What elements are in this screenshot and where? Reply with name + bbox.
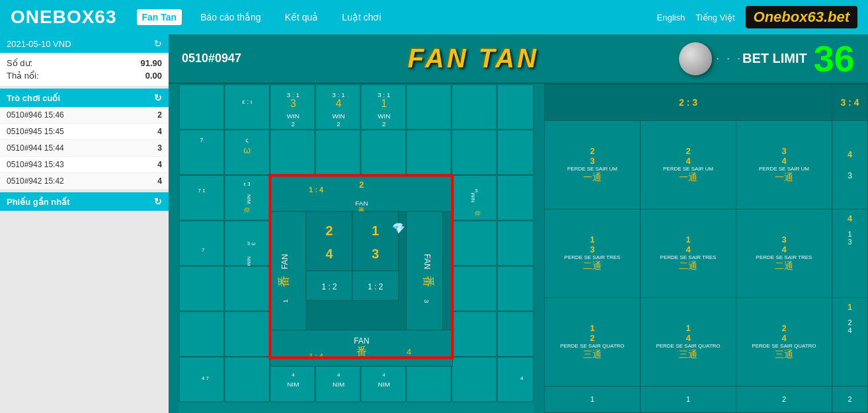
svg-text:仰: 仰: [244, 207, 250, 213]
svg-text:💎: 💎: [392, 222, 405, 235]
cell-val-2b: 3: [836, 238, 863, 246]
rp-cell-3-2[interactable]: 14 PERDE SE SAIR QUATRO 三通: [641, 298, 736, 387]
svg-text:4: 4: [336, 98, 342, 109]
svg-rect-21: [497, 175, 533, 220]
history-row[interactable]: 0510#943 15:43 4: [0, 157, 169, 173]
svg-text:3: 3: [290, 98, 296, 109]
lang-english[interactable]: English: [657, 13, 686, 22]
right-panel-table: 2 : 3 3 : 4 23 PERDE SE SAIR UM 一通 24: [544, 84, 868, 413]
nav-ket-qua[interactable]: Kết quả: [280, 9, 324, 25]
rp-bottom-4[interactable]: 2: [832, 386, 868, 412]
history-row[interactable]: 0510#944 15:44 3: [0, 140, 169, 157]
nav-bao-cao[interactable]: Báo cáo thắng: [195, 9, 266, 25]
rp-cell-2-3[interactable]: 34 PERDE SE SAIR TRES 二通: [736, 209, 832, 298]
rp-cell-2-1[interactable]: 13 PERDE SE SAIR TRES 二通: [545, 209, 641, 298]
cell-text-1-3: PERDE SE SAIR UM: [740, 166, 828, 172]
rp-cell-2-2[interactable]: 14 PERDE SE SAIR TRES 二通: [641, 209, 736, 298]
rp-cell-1-1[interactable]: 23 PERDE SE SAIR UM 一通: [545, 121, 641, 209]
svg-rect-25: [497, 221, 533, 266]
cell-chinese-2-2: 二通: [645, 260, 732, 272]
board-svg: 1 : 4 2 FAN 番 FAN 番 1 FAN 番 3: [169, 84, 544, 413]
rp-cell-1-side[interactable]: 4 3: [832, 121, 868, 209]
tha-noi-value: 0.00: [145, 71, 162, 81]
svg-text:NIM: NIM: [470, 193, 476, 203]
svg-text:FAN: FAN: [355, 200, 368, 207]
svg-text:4 7: 4 7: [202, 375, 210, 381]
rp-bottom-val-3: 2: [739, 395, 829, 403]
header: ONEBOX63 Fan Tan Báo cáo thắng Kết quả L…: [0, 0, 868, 34]
sidebar: 2021-05-10 VND ↻ Số dư: 91.90 Thả nổi: 0…: [0, 34, 169, 413]
rp-cell-1-2[interactable]: 24 PERDE SE SAIR UM 一通: [641, 121, 736, 209]
rp-bottom-val-2: 1: [643, 395, 733, 403]
svg-rect-29: [497, 266, 533, 311]
cell-val-3a: 2: [836, 319, 863, 326]
svg-text:3: 3: [372, 246, 379, 261]
svg-rect-12: [315, 130, 360, 175]
bet-limit-value: 36: [814, 40, 855, 77]
svg-text:1 : 4: 1 : 4: [309, 352, 323, 360]
rp-cell-3-3[interactable]: 24 PERDE SE SAIR QUATRO 三通: [736, 298, 832, 387]
nav-luat-choi[interactable]: Luật chơi: [336, 9, 386, 25]
cell-nums-2-side: 4: [836, 213, 863, 223]
rp-cell-2-side[interactable]: 4 1 3: [832, 209, 868, 298]
tha-noi-row: Thả nổi: 0.00: [7, 69, 162, 82]
svg-text:2: 2: [359, 180, 364, 190]
history-val-4: 4: [157, 176, 162, 186]
svg-rect-14: [407, 130, 452, 175]
svg-text:4: 4: [520, 375, 524, 381]
svg-text:FAN: FAN: [422, 254, 432, 269]
svg-text:FAN: FAN: [280, 254, 290, 269]
svg-text:1 : 2: 1 : 2: [368, 282, 383, 291]
svg-text:番: 番: [356, 346, 367, 357]
game-area: 0510#0947 FAN TAN · · · BET LIMIT 36: [169, 34, 868, 413]
cell-text-2-1: PERDE SE SAIR TRES: [549, 254, 636, 260]
svg-text:WIN: WIN: [287, 112, 299, 120]
svg-text:2: 2: [382, 120, 386, 128]
svg-rect-40: [452, 357, 496, 402]
svg-text:NIM: NIM: [246, 256, 252, 266]
sidebar-date-header: 2021-05-10 VND ↻: [0, 34, 169, 53]
cell-text-3-1: PERDE SE SAIR QUATRO: [549, 343, 636, 349]
ball-image: [679, 42, 712, 75]
rp-bottom-2[interactable]: 1: [641, 386, 736, 412]
game-id: 0510#0947: [182, 52, 268, 65]
rp-bottom-3[interactable]: 2: [736, 386, 832, 412]
phieu-refresh-icon[interactable]: ↻: [154, 196, 162, 207]
cell-text-3-2: PERDE SE SAIR QUATRO: [645, 343, 732, 349]
svg-rect-33: [497, 312, 533, 357]
svg-text:WIN: WIN: [332, 112, 344, 120]
svg-rect-58: [352, 211, 399, 271]
phieu-gan-nhat-header: Phiếu gần nhất ↻: [0, 192, 169, 211]
cell-text-2-2: PERDE SE SAIR TRES: [645, 254, 732, 260]
rp-bottom-val-4: 2: [835, 395, 865, 403]
svg-text:1: 1: [381, 98, 387, 109]
cell-nums-1-3: 34: [740, 146, 828, 166]
svg-text:2: 2: [326, 223, 333, 238]
lang-viet[interactable]: Tiếng Việt: [695, 13, 734, 22]
fantan-title: FAN TAN: [408, 44, 539, 73]
svg-rect-16: [497, 130, 533, 175]
dots-decoration: · · ·: [716, 52, 742, 65]
tro-choi-refresh-icon[interactable]: ↻: [154, 93, 162, 103]
cell-chinese-3-1: 三通: [549, 349, 636, 361]
history-row[interactable]: 0510#945 15:45 4: [0, 124, 169, 140]
history-row[interactable]: 0510#942 15:42 4: [0, 173, 169, 190]
svg-text:ε 3: ε 3: [244, 181, 251, 187]
svg-rect-1: [179, 85, 224, 130]
svg-text:仰: 仰: [475, 210, 481, 217]
cell-val-3b: 4: [836, 326, 863, 334]
ratio-2-3: 2 : 3: [545, 85, 832, 121]
rp-cell-3-1[interactable]: 12 PERDE SE SAIR QUATRO 三通: [545, 298, 641, 387]
cell-nums-2-2: 14: [645, 235, 732, 254]
rp-cell-1-3[interactable]: 34 PERDE SE SAIR UM 一通: [736, 121, 832, 209]
refresh-icon[interactable]: ↻: [154, 38, 162, 49]
nav-fan-tan[interactable]: Fan Tan: [137, 9, 182, 25]
cell-nums-3-2: 14: [645, 323, 732, 343]
history-id-3: 0510#943 15:43: [7, 160, 64, 169]
rp-cell-3-side[interactable]: 1 2 4: [832, 298, 868, 387]
tro-choi-cuoi-label: Trò chơi cuối: [7, 93, 60, 103]
game-header: 0510#0947 FAN TAN · · · BET LIMIT 36: [169, 34, 868, 84]
history-row[interactable]: 0510#946 15:46 2: [0, 107, 169, 124]
svg-text:1: 1: [372, 223, 379, 238]
rp-bottom-1[interactable]: 1: [545, 386, 641, 412]
